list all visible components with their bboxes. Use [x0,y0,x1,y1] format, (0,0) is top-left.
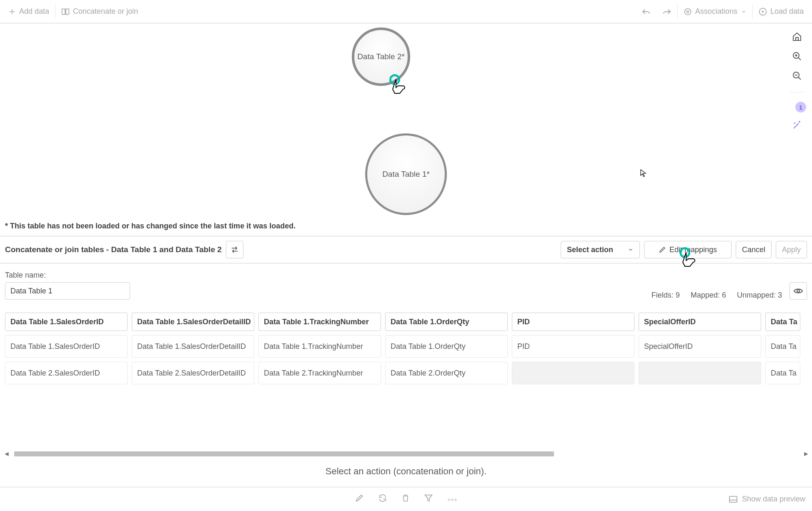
associations-label: Associations [695,7,737,16]
association-canvas[interactable]: Data Table 2* Data Table 1* [0,23,812,232]
svg-point-5 [684,8,691,15]
chevron-down-icon [741,9,747,15]
plus-icon [8,8,16,15]
redo-button[interactable] [657,0,677,23]
redo-icon [662,8,672,15]
concat-icon [61,8,70,15]
bubble-label: Data Table 1* [382,170,430,179]
magic-wand-button[interactable] [792,120,802,132]
wand-icon [792,120,802,130]
add-data-button[interactable]: Add data [3,0,55,23]
play-circle-icon [759,8,767,16]
bubble-label: Data Table 2* [357,52,405,61]
zoom-out-button[interactable] [792,71,802,83]
associations-icon [684,8,692,16]
table-bubble-data-table-1[interactable]: Data Table 1* [365,133,447,215]
unloaded-note: * This table has not been loaded or has … [5,222,296,230]
tools-divider [790,92,804,93]
svg-line-13 [798,77,801,80]
zoom-out-icon [792,71,802,81]
undo-icon [642,8,651,15]
home-icon [792,32,802,42]
canvas-tools: 1 [788,32,806,132]
table-bubble-data-table-2[interactable]: Data Table 2* [352,28,410,86]
svg-marker-7 [762,10,764,13]
zoom-in-button[interactable] [792,51,802,63]
add-data-label: Add data [19,7,49,16]
load-data-button[interactable]: Load data [753,0,809,23]
undo-button[interactable] [636,0,657,23]
svg-line-9 [798,58,801,60]
recommendation-badge[interactable]: 1 [795,102,806,113]
zoom-in-icon [792,51,802,61]
concat-join-label: Concatenate or join [73,7,138,16]
svg-rect-3 [66,9,69,14]
associations-button[interactable]: Associations [678,0,752,23]
svg-rect-2 [62,9,65,14]
load-data-label: Load data [770,7,804,16]
home-button[interactable] [792,32,802,44]
mouse-cursor [640,169,646,180]
concatenate-join-button[interactable]: Concatenate or join [55,0,144,23]
top-toolbar: Add data Concatenate or join Association… [0,0,812,23]
svg-point-4 [687,10,689,13]
